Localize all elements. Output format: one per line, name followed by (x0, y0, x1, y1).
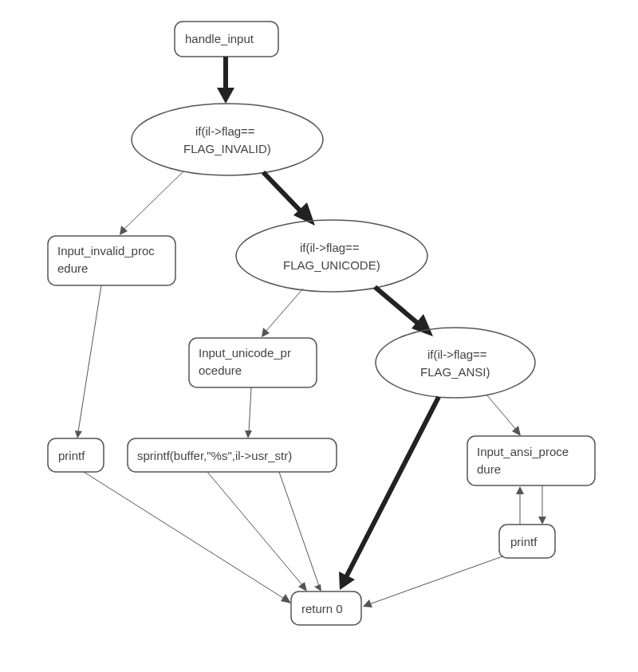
edge-unicodeproc-to-sprintf (245, 387, 252, 438)
svg-marker-37 (314, 584, 321, 591)
node-handle-input: handle_input (175, 22, 278, 57)
svg-marker-33 (281, 594, 291, 603)
svg-line-38 (369, 556, 502, 604)
svg-point-3 (132, 104, 323, 175)
edge-ansi-to-proc (486, 395, 521, 436)
edge-unicode-to-ansi (375, 287, 433, 336)
svg-line-24 (486, 395, 517, 430)
if-invalid-line1: if(il->flag== (195, 124, 255, 138)
handle-input-label: handle_input (185, 32, 254, 45)
svg-line-10 (266, 289, 303, 332)
svg-marker-35 (298, 582, 307, 591)
svg-line-19 (249, 387, 251, 432)
edge-printf-ansiproc-up (516, 486, 524, 525)
node-printf1: printf (48, 438, 104, 472)
svg-rect-26 (467, 436, 595, 485)
node-return0: return 0 (291, 591, 361, 625)
svg-line-22 (346, 397, 439, 577)
svg-marker-13 (412, 314, 433, 336)
svg-marker-28 (538, 517, 546, 525)
edge-unicode-to-proc (262, 289, 303, 337)
printf2-label: printf (510, 535, 538, 548)
edge-sprintf-right-to-return (279, 472, 321, 591)
edge-invalid-to-unicode (263, 172, 315, 226)
edge-sprintf-left-to-return (207, 472, 307, 591)
input-ansi-l2: dure (477, 462, 501, 476)
edge-printf1-to-return (84, 472, 291, 603)
node-printf2: printf (499, 525, 555, 558)
node-if-ansi: if(il->flag== FLAG_ANSI) (376, 328, 535, 398)
edge-handle-to-invalid (217, 57, 234, 104)
svg-marker-17 (75, 430, 82, 438)
if-ansi-l1: if(il->flag== (427, 348, 487, 361)
node-input-invalid-proc: Input_invalid_proc edure (48, 236, 175, 285)
node-sprintf: sprintf(buffer,"%s",il->usr_str) (128, 438, 337, 472)
svg-line-34 (207, 472, 303, 586)
edge-invalidproc-to-printf (75, 285, 101, 438)
svg-marker-30 (516, 486, 524, 494)
svg-marker-20 (245, 430, 252, 438)
svg-marker-2 (217, 88, 234, 104)
node-if-invalid: if(il->flag== FLAG_INVALID) (132, 104, 323, 175)
svg-line-12 (375, 287, 421, 326)
input-unicode-l1: Input_unicode_pr (199, 346, 291, 360)
svg-point-15 (376, 328, 535, 398)
edge-invalid-to-proc (120, 171, 183, 235)
edge-ansi-to-return (339, 397, 439, 590)
input-unicode-l2: ocedure (199, 364, 242, 377)
svg-line-32 (84, 472, 286, 599)
svg-line-6 (263, 172, 303, 214)
sprintf-label: sprintf(buffer,"%s",il->usr_str) (137, 449, 292, 462)
svg-line-36 (279, 472, 319, 586)
if-unicode-l1: if(il->flag== (300, 241, 360, 254)
edge-ansiproc-printf-down (538, 485, 546, 525)
edge-printf2-to-return (363, 556, 502, 607)
svg-line-4 (124, 171, 183, 230)
svg-point-9 (236, 220, 427, 292)
if-unicode-l2: FLAG_UNICODE) (283, 258, 380, 272)
svg-line-16 (78, 285, 101, 432)
node-input-ansi-proc: Input_ansi_proce dure (467, 436, 595, 485)
if-invalid-line2: FLAG_INVALID) (183, 142, 271, 155)
svg-marker-11 (262, 328, 270, 337)
input-ansi-l1: Input_ansi_proce (477, 445, 569, 458)
svg-marker-25 (512, 426, 521, 436)
input-invalid-l1: Input_invalid_proc (57, 244, 155, 257)
flowchart-diagram: handle_input if(il->flag== FLAG_INVALID)… (0, 0, 638, 672)
input-invalid-l2: edure (57, 261, 88, 275)
node-if-unicode: if(il->flag== FLAG_UNICODE) (236, 220, 427, 292)
printf1-label: printf (58, 449, 85, 462)
if-ansi-l2: FLAG_ANSI) (420, 365, 490, 379)
return0-label: return 0 (301, 602, 343, 615)
node-input-unicode-proc: Input_unicode_pr ocedure (189, 338, 317, 387)
